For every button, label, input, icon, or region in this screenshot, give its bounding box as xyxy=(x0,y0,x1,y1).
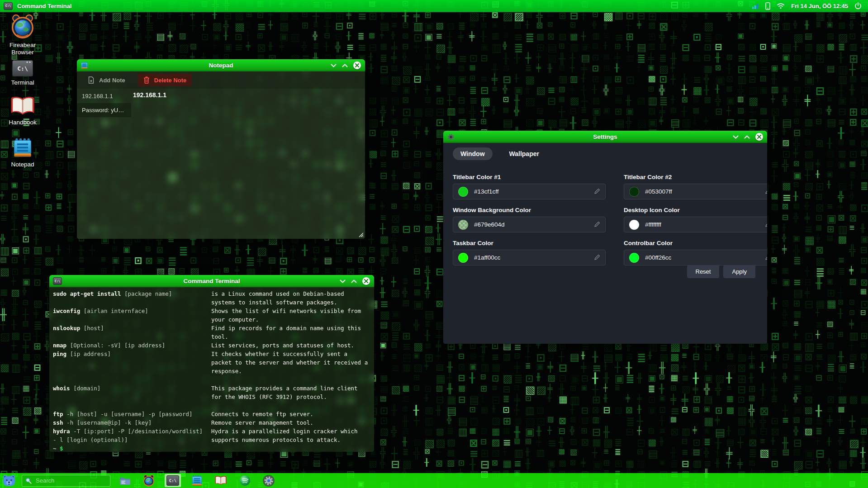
settings-window: Settings Window Wallpaper Titlebar Color… xyxy=(443,130,768,344)
terminal-command: sudo apt-get install [package name] xyxy=(53,289,211,307)
fireabear-browser-icon xyxy=(10,14,35,39)
taskbar-item-terminal[interactable]: C:\ xyxy=(165,474,181,487)
color-swatch xyxy=(458,253,468,263)
signal-icon[interactable] xyxy=(752,3,759,9)
terminal-description: List services, ports and statuses of hos… xyxy=(211,341,370,350)
start-bear-icon xyxy=(2,474,16,487)
terminal-row: nmap [Optional: -sV] [ip address] List s… xyxy=(53,341,370,350)
terminal-command: whois [domain] xyxy=(53,384,211,401)
system-tray: Fri 14 Jun, ÖÖ 12:45 xyxy=(752,2,862,10)
taskbar-item-settings[interactable] xyxy=(261,474,277,487)
chevron-up-icon[interactable] xyxy=(744,135,750,139)
note-list: 192.168.1.1 Password: yUm9... xyxy=(77,89,131,117)
note-list-item[interactable]: 192.168.1.1 xyxy=(77,89,131,103)
terminal-description: Connects to remote ftp server. xyxy=(211,410,370,418)
settings-titlebar[interactable]: Settings xyxy=(443,131,767,143)
taskbar-item-file-manager[interactable] xyxy=(117,474,133,487)
terminal-prompt: ~ $ xyxy=(53,444,370,452)
add-note-label: Add Note xyxy=(99,77,125,84)
terminal-titlebar[interactable]: C:\ Command Terminal xyxy=(49,275,374,287)
color-setting: Titlebar Color #1 #13cf1cff xyxy=(453,174,606,199)
color-setting: Window Background Color #679e604d xyxy=(453,207,606,232)
terminal-row: ssh -h [username@ip] -k [key] Remove ser… xyxy=(53,418,370,427)
chevron-down-icon[interactable] xyxy=(331,64,337,67)
desktop-icon-handbook[interactable]: Handbook xyxy=(2,95,43,126)
color-setting-field[interactable]: #00ff26cc xyxy=(624,250,768,265)
color-setting-field[interactable]: #053007ff xyxy=(624,184,768,199)
tab-window[interactable]: Window xyxy=(453,147,493,160)
taskbar-item-notepad[interactable] xyxy=(189,474,205,487)
delete-note-label: Delete Note xyxy=(154,77,187,84)
terminal-output[interactable]: sudo apt-get install [package name] is a… xyxy=(49,287,374,452)
terminal-window: C:\ Command Terminal sudo apt-get instal… xyxy=(49,275,375,452)
edit-pencil-icon[interactable] xyxy=(593,188,600,195)
desktop-icon-terminal[interactable]: C:\ Terminal xyxy=(2,60,43,86)
color-setting: Taskbar Color #1aff00cc xyxy=(453,240,606,265)
edit-pencil-icon[interactable] xyxy=(593,254,600,261)
prompt-symbol: $ xyxy=(60,445,63,452)
edit-pencil-icon[interactable] xyxy=(593,221,600,228)
color-setting-field[interactable]: #679e604d xyxy=(453,217,606,232)
terminal-command: hydra -T [ip:port] -P [/desination/wordl… xyxy=(53,427,211,444)
add-note-button[interactable]: Add Note xyxy=(82,74,131,86)
edit-pencil-icon[interactable] xyxy=(764,254,768,261)
terminal-description: Shows the list of wifi networks visible … xyxy=(211,307,370,324)
taskbar-item-music-player[interactable] xyxy=(237,474,253,487)
delete-note-button[interactable]: Delete Note xyxy=(138,74,192,86)
taskbar-item-handbook[interactable] xyxy=(213,474,229,487)
terminal-command: iwconfig [airlan internface] xyxy=(53,307,211,324)
reset-button[interactable]: Reset xyxy=(687,265,720,278)
terminal-description: is a Linux command used on Debian-based … xyxy=(211,289,370,307)
notepad-toolbar: Add Note Delete Note xyxy=(77,71,365,89)
search-box[interactable] xyxy=(22,475,110,487)
color-hex-value: #ffffffff xyxy=(645,221,661,228)
color-setting: Desktop Icon Color #ffffffff xyxy=(624,207,768,232)
desktop-icon-notepad[interactable]: Notepad xyxy=(2,137,43,168)
handbook-icon xyxy=(10,95,35,116)
color-setting-field[interactable]: #ffffffff xyxy=(624,217,768,232)
desktop-icon-fireabear-browser[interactable]: Fireabear Browser xyxy=(2,14,43,56)
chevron-up-icon[interactable] xyxy=(351,280,357,283)
tab-wallpaper[interactable]: Wallpaper xyxy=(502,147,547,160)
terminal-icon: C:\ xyxy=(166,475,179,486)
close-icon[interactable] xyxy=(755,133,763,141)
chevron-down-icon[interactable] xyxy=(733,135,739,139)
handbook-icon xyxy=(214,475,227,486)
color-swatch xyxy=(458,187,468,197)
search-icon xyxy=(25,478,32,484)
note-editor[interactable]: 192.168.1.1 xyxy=(133,91,360,234)
terminal-command: nslookup [host] xyxy=(53,324,211,341)
window-title: Notepad xyxy=(77,62,365,69)
power-icon[interactable] xyxy=(854,2,862,9)
color-settings-grid: Titlebar Color #1 #13cf1cff Titlebar Col… xyxy=(453,174,768,265)
phone-icon[interactable] xyxy=(765,2,770,10)
edit-pencil-icon[interactable] xyxy=(764,221,768,228)
notepad-titlebar[interactable]: Notepad xyxy=(77,59,365,71)
chevron-up-icon[interactable] xyxy=(342,64,348,67)
chevron-down-icon[interactable] xyxy=(340,280,346,283)
terminal-row: ftp -h [host] -u [username] -p [password… xyxy=(53,410,370,418)
taskbar-item-fireabear-browser[interactable] xyxy=(141,474,157,487)
close-icon[interactable] xyxy=(353,62,361,69)
search-input[interactable] xyxy=(35,477,95,484)
color-setting-field[interactable]: #13cf1cff xyxy=(453,184,606,199)
note-list-item[interactable]: Password: yUm9... xyxy=(77,103,131,117)
color-setting-field[interactable]: #1aff00cc xyxy=(453,250,606,265)
close-icon[interactable] xyxy=(362,277,370,285)
terminal-command: nmap [Optional: -sV] [ip address] xyxy=(53,341,211,350)
wifi-icon[interactable] xyxy=(777,3,785,9)
terminal-icon: C:\ xyxy=(12,60,33,76)
apply-button[interactable]: Apply xyxy=(723,265,755,278)
trash-icon xyxy=(143,76,150,84)
gear-icon xyxy=(447,133,455,141)
desktop-icon-label: Terminal xyxy=(11,79,34,86)
color-hex-value: #053007ff xyxy=(645,188,672,195)
resize-grip[interactable] xyxy=(358,232,364,237)
start-button[interactable] xyxy=(2,474,16,487)
edit-pencil-icon[interactable] xyxy=(764,188,768,195)
desktop-icon-label: Notepad xyxy=(11,161,34,168)
window-title: Command Terminal xyxy=(49,278,374,284)
color-setting-label: Titlebar Color #1 xyxy=(453,174,606,180)
terminal-command: ftp -h [host] -u [username] -p [password… xyxy=(53,410,211,418)
notepad-body: Add Note Delete Note 192.168.1.1 Passwor… xyxy=(77,71,365,239)
